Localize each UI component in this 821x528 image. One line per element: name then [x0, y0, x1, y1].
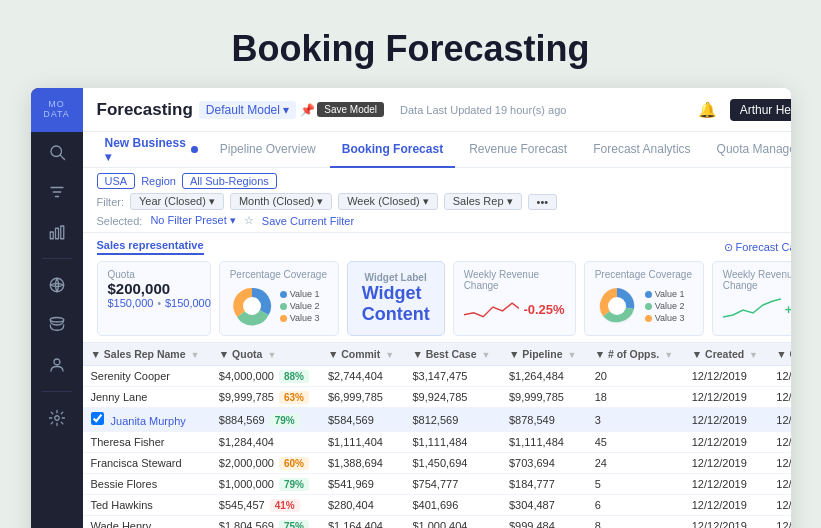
tab-quota-management[interactable]: Quota Management [705, 132, 791, 168]
quota-title: Quota [108, 269, 200, 280]
topbar-title: Forecasting [97, 100, 193, 120]
tab-revenue-forecast[interactable]: Revenue Forecast [457, 132, 579, 168]
cell-pipeline: $184,777 [501, 474, 587, 495]
pct-badge: 41% [270, 499, 300, 512]
table-section: ▼ Sales Rep Name ▼ ▼ Quota ▼ ▼ Commit ▼ … [83, 343, 791, 528]
col-closed: ▼ Closed ▼ [768, 343, 790, 366]
pie2-dot-1 [645, 291, 652, 298]
pie2-label-1: Value 1 [655, 289, 685, 299]
cell-commit: $1,388,694 [320, 453, 405, 474]
cell-pipeline: $1,264,484 [501, 366, 587, 387]
col-opps: ▼ # of Opps. ▼ [587, 343, 684, 366]
table-body: Serenity Cooper$4,000,000 88%$2,744,404$… [83, 366, 791, 529]
sparkline-chart-2 [723, 295, 781, 323]
pin-icon: 📌 [300, 103, 315, 117]
pie2-label-2: Value 2 [655, 301, 685, 311]
cell-opps: 3 [587, 408, 684, 432]
filter-row: Filter: Year (Closed) ▾ Month (Closed) ▾… [97, 193, 791, 210]
table-row: Wade Henry$1,804,569 75%$1,164,404$1,000… [83, 516, 791, 529]
notification-button[interactable]: 🔔 [693, 99, 722, 121]
tab-booking-forecast[interactable]: Booking Forecast [330, 132, 455, 168]
cell-name: Serenity Cooper [83, 366, 211, 387]
sidebar-icon-filter[interactable] [31, 174, 83, 210]
cell-best: $1,000,404 [404, 516, 501, 529]
svg-rect-7 [60, 226, 63, 239]
sparkline1-value: -0.25% [523, 302, 564, 317]
filter-month[interactable]: Month (Closed) ▾ [230, 193, 332, 210]
pie2-dot-3 [645, 315, 652, 322]
cell-quota: $2,000,000 60% [211, 453, 320, 474]
cell-commit: $2,744,404 [320, 366, 405, 387]
sidebar-icon-search[interactable] [31, 134, 83, 170]
data-table: ▼ Sales Rep Name ▼ ▼ Quota ▼ ▼ Commit ▼ … [83, 343, 791, 528]
cell-opps: 8 [587, 516, 684, 529]
selected-row: Selected: No Filter Preset ▾ ☆ Save Curr… [97, 214, 791, 227]
cell-closed: 12/12/2019 [768, 453, 790, 474]
tab-forecast-analytics[interactable]: Forecast Analytics [581, 132, 702, 168]
big-widget-label: Widget Label [365, 272, 427, 283]
cell-created: 12/12/2019 [684, 432, 769, 453]
sidebar-icon-user[interactable] [31, 347, 83, 383]
cell-opps: 45 [587, 432, 684, 453]
cell-name: Jenny Lane [83, 387, 211, 408]
sidebar-icon-database[interactable] [31, 307, 83, 343]
filter-sales-rep[interactable]: Sales Rep ▾ [444, 193, 522, 210]
cell-commit: $6,999,785 [320, 387, 405, 408]
pct-badge: 60% [279, 457, 309, 470]
filter-week[interactable]: Week (Closed) ▾ [338, 193, 438, 210]
pie1-legend-item-3: Value 3 [280, 313, 320, 323]
cell-created: 12/12/2019 [684, 516, 769, 529]
tab-new-business-label: New Business ▾ [105, 136, 187, 164]
filter-year[interactable]: Year (Closed) ▾ [130, 193, 224, 210]
app-container: MO DATA Forecasting Default [31, 88, 791, 528]
cell-pipeline: $9,999,785 [501, 387, 587, 408]
sparkline2-body: +5.5 [723, 295, 791, 323]
filter-more[interactable]: ••• [528, 194, 558, 210]
pie2-label-3: Value 3 [655, 313, 685, 323]
pct-badge: 63% [279, 391, 309, 404]
sidebar-icon-chart[interactable] [31, 214, 83, 250]
cell-opps: 20 [587, 366, 684, 387]
svg-line-1 [60, 155, 64, 159]
pie-widget-2-title: Precentage Coverage [595, 269, 693, 280]
pie2-legend-item-3: Value 3 [645, 313, 685, 323]
cell-name: Francisca Steward [83, 453, 211, 474]
cell-closed: 12/12/2019 [768, 474, 790, 495]
sidebar-icon-settings[interactable] [31, 400, 83, 436]
cell-best: $3,147,475 [404, 366, 501, 387]
forecast-categories-link[interactable]: ⊙ Forecast Categories [724, 241, 791, 254]
pct-badge: 79% [279, 478, 309, 491]
region-usa-btn[interactable]: USA [97, 173, 136, 189]
sidebar: MO DATA [31, 88, 83, 528]
table-header-row: ▼ Sales Rep Name ▼ ▼ Quota ▼ ▼ Commit ▼ … [83, 343, 791, 366]
row-checkbox[interactable] [91, 412, 104, 425]
cell-pipeline: $1,111,484 [501, 432, 587, 453]
cell-quota: $4,000,000 88% [211, 366, 320, 387]
region-all-btn[interactable]: All Sub-Regions [182, 173, 277, 189]
table-row: Juanita Murphy$884,569 79%$584,569$812,5… [83, 408, 791, 432]
widgets-row: Quota $200,000 $150,000 • $150,000 Perce… [97, 261, 791, 336]
tab-pipeline-overview[interactable]: Pipeline Overview [208, 132, 328, 168]
cell-commit: $1,111,404 [320, 432, 405, 453]
cell-opps: 6 [587, 495, 684, 516]
table-row: Jenny Lane$9,999,785 63%$6,999,785$9,924… [83, 387, 791, 408]
pie1-dot-2 [280, 303, 287, 310]
svg-rect-6 [55, 228, 58, 239]
sparkline2-value: +5.5 [785, 302, 791, 317]
model-selector[interactable]: Default Model ▾ [199, 101, 296, 119]
sidebar-icon-globe[interactable] [31, 267, 83, 303]
cell-best: $754,777 [404, 474, 501, 495]
cell-quota: $1,804,569 75% [211, 516, 320, 529]
pie1-dot-1 [280, 291, 287, 298]
no-filter-preset-link[interactable]: No Filter Preset ▾ [150, 214, 235, 227]
sidebar-logo: MO DATA [31, 88, 83, 132]
cell-closed: 12/12/2019 [768, 495, 790, 516]
cell-best: $1,450,694 [404, 453, 501, 474]
save-filter-link[interactable]: Save Current Filter [262, 215, 354, 227]
user-menu-button[interactable]: Arthur Henry → [730, 99, 791, 121]
svg-point-9 [50, 318, 64, 323]
filter-bar: USA Region All Sub-Regions Filter: Year … [83, 168, 791, 233]
tab-new-business[interactable]: New Business ▾ [97, 132, 206, 168]
svg-rect-5 [50, 232, 53, 239]
big-widget: Widget Label Widget Content [347, 261, 445, 336]
